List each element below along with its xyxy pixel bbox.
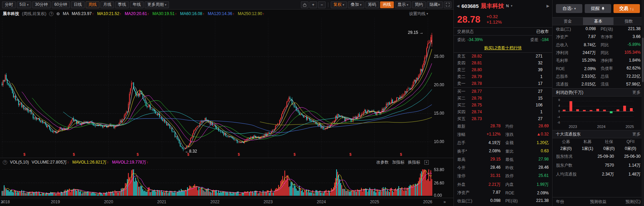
tool-label: 显示 — [398, 2, 406, 8]
bid-row[interactable]: 买五28.7327 — [454, 115, 552, 122]
vol-action-button[interactable]: 改参数 — [376, 159, 389, 165]
price-tick: 15.00 — [434, 111, 444, 116]
ma-settings-button[interactable]: 设置均线▾ — [409, 11, 428, 17]
period-button[interactable]: 日线 — [71, 1, 85, 8]
year-label: 2018 — [1, 199, 10, 204]
alert-button[interactable]: 提醒 — [585, 4, 611, 13]
stock-dropdown-icon[interactable]: ▾ — [511, 4, 512, 8]
holder-col-value: 2家(0) — [555, 146, 577, 152]
weicha-value: -184 — [540, 37, 549, 42]
tool-button[interactable]: 画线 — [380, 1, 394, 8]
quote-details: 最新28.78均价28.69涨幅+1.12%涨跌▲0.32总手4.19万金额1.… — [454, 122, 552, 206]
profit-more-link[interactable]: 更多 — [632, 90, 641, 95]
caret-down-icon: ▾ — [27, 3, 29, 7]
up-arrow-icon: ↑ — [263, 12, 264, 16]
period-button[interactable]: 5日▾ — [17, 1, 31, 8]
caret-down-icon: ▾ — [343, 3, 344, 7]
quote-detail-row: 收益(三)0.098PE(动)221.38 — [454, 197, 552, 205]
price-tick: 25.00 — [434, 54, 444, 59]
period-button[interactable]: 分时 — [2, 1, 16, 8]
period-button[interactable]: 月线 — [100, 1, 114, 8]
pan-right-icon[interactable]: » — [443, 199, 446, 204]
market-status: 已收市 — [536, 29, 549, 35]
up-arrow-icon: ↑ — [107, 160, 109, 164]
quote-detail-row: 涨幅+1.12%涨跌▲0.32 — [454, 130, 552, 139]
panel-tab[interactable]: 指数 — [613, 17, 644, 25]
ask-row[interactable]: 卖五28.82271 — [454, 53, 552, 60]
ask-row[interactable]: 卖二28.791 — [454, 73, 552, 80]
zoom-in-button[interactable]: + — [309, 1, 317, 8]
ma-value: MA5:23.97↑ — [72, 11, 94, 16]
volume-chart-canvas[interactable] — [0, 166, 453, 198]
period-buttons: 分时5日▾30分钟60分钟日线周线月线季线年线更多周期▾ — [2, 1, 169, 8]
next-stock-button[interactable]: ▶ — [547, 4, 549, 8]
help-icon[interactable]: ? — [49, 12, 53, 16]
profit-y-tick: 0 — [558, 110, 560, 113]
up-arrow-icon: ↑ — [203, 12, 204, 16]
period-label: 周线 — [88, 2, 97, 8]
quote-panel: ◀ 603685 晨丰科技 N ▾ ▶ 28.78 +0.32 +1.12% 交… — [454, 0, 552, 206]
close-indicator-icon[interactable]: × — [424, 160, 429, 165]
period-button[interactable]: 季线 — [115, 1, 129, 8]
vol-value: MAVOL2:19.778万↑ — [112, 159, 148, 165]
tool-button[interactable]: 叠加▾ — [348, 1, 364, 8]
tool-button[interactable]: 复权▾ — [331, 1, 347, 8]
ma-value: MA10:21.52↑ — [97, 11, 121, 16]
fullscreen-icon[interactable] — [444, 1, 451, 8]
period-button[interactable]: 年线 — [130, 1, 144, 8]
vol-value: MAVOL1:26.821万↑ — [72, 159, 109, 165]
zoom-out-button[interactable]: − — [318, 1, 326, 8]
scrollbar[interactable] — [642, 0, 644, 206]
holder-row: 人均流通股2.34万1.48万 — [552, 170, 644, 179]
bid-row[interactable]: 买二28.7615 — [454, 95, 552, 102]
last-price: 28.78 — [457, 14, 481, 25]
holder-col-value: 0家(0) — [620, 146, 641, 152]
stock-code: 603685 — [461, 3, 478, 9]
caret-down-icon: ▾ — [426, 12, 428, 15]
prev-stock-button[interactable]: ◀ — [457, 4, 459, 8]
tool-button[interactable]: 隐藏» — [427, 1, 443, 8]
weibi-label: 委比 — [457, 37, 465, 43]
vol-action-button[interactable]: 换指标 — [408, 159, 420, 165]
ask-row[interactable]: 卖三28.8039 — [454, 66, 552, 73]
up-arrow-icon: ↑ — [120, 12, 121, 16]
forecast-header-row: 年份 预测收益 预测(亿) — [552, 197, 644, 206]
gear-icon[interactable] — [56, 12, 60, 16]
caret-down-icon: ▾ — [574, 7, 576, 10]
ask-row[interactable]: 卖一28.7817 — [454, 80, 552, 87]
l2-purchase-link[interactable]: 购买L2查看十档行情 — [484, 45, 522, 51]
low-annotation: ←8.32 — [185, 149, 197, 154]
panel-tab[interactable]: 资金 — [552, 17, 583, 25]
tool-button[interactable]: 筹码 — [365, 1, 379, 8]
ask-row[interactable]: 卖四28.8132 — [454, 60, 552, 66]
chart-toolbar: 分时5日▾30分钟60分钟日线周线月线季线年线更多周期▾ + − 复权▾叠加▾筹… — [0, 0, 453, 10]
trade-button[interactable]: 交易↑↓ — [613, 4, 640, 13]
period-button[interactable]: 30分钟 — [32, 1, 50, 8]
bid-row[interactable]: 买四28.741 — [454, 108, 552, 115]
lock-icon[interactable] — [301, 1, 308, 8]
caret-down-icon: ▾ — [165, 3, 167, 7]
weibi-value: -34.39% — [467, 37, 483, 42]
action-buttons: 自选-▾ 提醒 交易↑↓ — [552, 0, 644, 13]
vol-help-icon[interactable]: ? — [3, 160, 7, 165]
watchlist-button[interactable]: 自选-▾ — [556, 4, 582, 13]
tool-button[interactable]: 简约 — [412, 1, 426, 8]
holder-col-header: 公募 — [555, 139, 577, 145]
profit-x-labels: 202320242025 — [552, 125, 644, 130]
bid-row[interactable]: 买一28.7727 — [454, 88, 552, 95]
period-button[interactable]: 60分钟 — [52, 1, 70, 8]
main-chart-canvas[interactable] — [0, 18, 453, 158]
period-button[interactable]: 更多周期▾ — [145, 1, 169, 8]
year-label: 2025 — [370, 199, 379, 204]
year-label: 2021 — [157, 199, 167, 204]
scrollbar-thumb[interactable] — [642, 38, 644, 82]
holders-more-link[interactable]: 更多 — [632, 131, 641, 137]
bid-row[interactable]: 买三28.75106 — [454, 102, 552, 108]
vol-indicator-name: VOL(5,10) — [10, 160, 29, 165]
vol-action-button[interactable]: 加指标 — [392, 159, 404, 165]
panel-tab[interactable]: 基本 — [583, 17, 613, 25]
period-button[interactable]: 周线 — [86, 1, 99, 8]
up-arrow-icon: ↑ — [233, 12, 234, 16]
up-arrow-icon: ↑ — [175, 12, 177, 16]
tool-button[interactable]: 显示▾ — [395, 1, 411, 8]
